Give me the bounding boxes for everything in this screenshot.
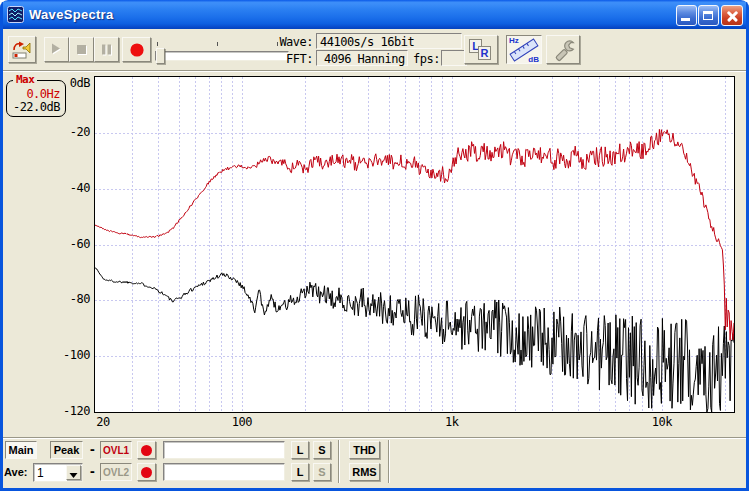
pause-button[interactable] xyxy=(94,37,119,62)
bottombar-separator xyxy=(3,437,746,439)
record-icon xyxy=(129,42,145,58)
chevron-down-icon xyxy=(69,471,78,480)
maximize-button[interactable] xyxy=(698,5,719,26)
ave-dropdown-button[interactable] xyxy=(66,465,81,480)
bottombar-divider xyxy=(338,440,340,483)
maximize-icon xyxy=(703,11,713,20)
peak-toggle-button[interactable]: Peak xyxy=(50,441,83,459)
ave-combobox[interactable]: 1 xyxy=(33,463,83,482)
fft-label: FFT: xyxy=(270,52,313,66)
main-toggle-button[interactable]: Main xyxy=(5,441,37,459)
y-axis-tick: -80 xyxy=(38,292,90,306)
x-axis-tick: 1k xyxy=(427,415,477,429)
ovl1-color-button[interactable] xyxy=(137,441,156,459)
spectrum-plot xyxy=(94,76,735,413)
y-axis-tick: -20 xyxy=(38,125,90,139)
position-slider-thumb[interactable] xyxy=(156,48,165,64)
wave-label: Wave: xyxy=(262,35,313,49)
play-button[interactable] xyxy=(44,37,69,62)
thd-button[interactable]: THD xyxy=(349,441,380,459)
slider-tick xyxy=(157,42,158,46)
x-axis-tick: 20 xyxy=(78,415,128,429)
ovl1-toggle-button[interactable]: OVL1 xyxy=(100,441,132,459)
open-file-icon xyxy=(11,40,33,60)
settings-button[interactable] xyxy=(546,35,580,64)
dash-label: - xyxy=(88,443,96,457)
y-axis-tick: 0dB xyxy=(38,76,90,90)
lr-channel-icon: L R xyxy=(468,39,494,61)
app-icon xyxy=(7,6,24,23)
black-spectrum-trace xyxy=(95,267,734,412)
wavespectra-window: WaveSpectra Wave: 4 xyxy=(0,0,749,491)
ovl1-comment-input[interactable] xyxy=(163,441,285,459)
fps-label: fps: xyxy=(412,52,440,66)
stop-button[interactable] xyxy=(69,37,94,62)
slider-tick xyxy=(217,42,218,46)
max-level-value: -22.0dB xyxy=(13,100,60,114)
minimize-icon xyxy=(681,18,690,21)
y-axis-tick: -60 xyxy=(38,237,90,251)
y-axis-tick: -40 xyxy=(38,181,90,195)
play-icon xyxy=(49,42,64,57)
fft-settings-field: 4096 Hanning xyxy=(316,50,408,66)
dash-label: - xyxy=(88,465,96,479)
ovl2-load-button[interactable]: L xyxy=(291,463,309,481)
x-axis-tick: 100 xyxy=(217,415,267,429)
rms-button[interactable]: RMS xyxy=(349,463,380,481)
open-file-button[interactable] xyxy=(8,36,36,63)
position-slider-track[interactable] xyxy=(155,51,289,61)
max-box-title: Max xyxy=(13,73,37,86)
x-axis-tick: 10k xyxy=(637,415,687,429)
wrench-icon xyxy=(551,38,575,62)
bottombar-divider xyxy=(388,440,390,483)
hz-db-scale-button[interactable]: Hz dB xyxy=(506,35,542,64)
record-button[interactable] xyxy=(122,37,151,62)
ovl1-save-button[interactable]: S xyxy=(313,441,331,459)
wave-format-field: 44100s/s 16bit Stereo xyxy=(316,33,462,49)
ovl2-comment-input[interactable] xyxy=(163,463,285,481)
y-axis-tick: -100 xyxy=(38,348,90,362)
window-title: WaveSpectra xyxy=(29,7,113,22)
ovl2-save-button[interactable]: S xyxy=(313,463,331,481)
lr-channel-button[interactable]: L R xyxy=(464,35,498,64)
title-bar[interactable]: WaveSpectra xyxy=(0,0,749,29)
spectrum-canvas xyxy=(95,77,734,412)
hz-db-scale-icon: Hz dB xyxy=(509,38,539,62)
close-button[interactable] xyxy=(721,5,743,26)
ave-label: Ave: xyxy=(4,463,32,481)
ovl2-color-button[interactable] xyxy=(137,463,156,481)
ovl2-toggle-button[interactable]: OVL2 xyxy=(100,463,132,481)
minimize-button[interactable] xyxy=(676,5,697,26)
pause-icon xyxy=(99,42,114,57)
toolbar-separator xyxy=(3,70,746,72)
ovl1-color-dot xyxy=(141,445,152,456)
ave-value: 1 xyxy=(37,466,44,480)
ovl1-load-button[interactable]: L xyxy=(291,441,309,459)
ovl2-color-dot xyxy=(141,467,152,478)
stop-icon xyxy=(74,42,89,57)
